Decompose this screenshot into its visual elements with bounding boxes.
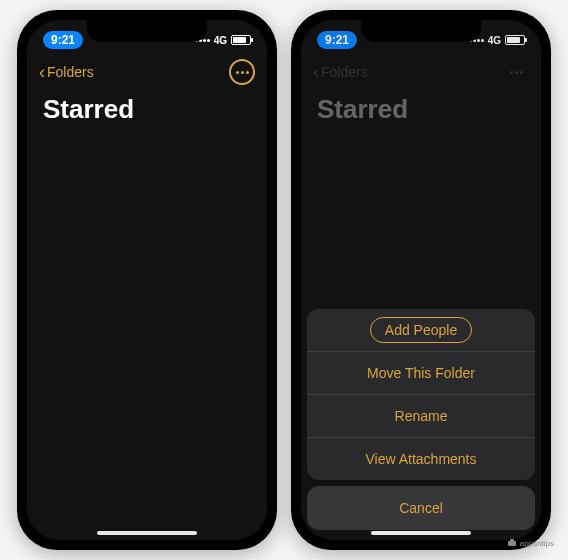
screen: 9:21 4G ‹ Folders Starred: [27, 20, 267, 540]
home-indicator[interactable]: [371, 531, 471, 535]
watermark: appsntips: [507, 538, 554, 548]
action-sheet: Add People Move This Folder Rename View …: [301, 303, 541, 540]
notch: [361, 20, 481, 42]
sheet-move-folder[interactable]: Move This Folder: [307, 352, 535, 395]
phone-right: 9:21 4G ‹ Folders Starred Add People Mo: [291, 10, 551, 550]
sheet-cancel[interactable]: Cancel: [307, 486, 535, 530]
nav-bar: ‹ Folders: [27, 54, 267, 90]
back-label: Folders: [47, 64, 94, 80]
back-button[interactable]: ‹ Folders: [39, 62, 94, 83]
page-title: Starred: [301, 90, 541, 129]
action-sheet-group: Add People Move This Folder Rename View …: [307, 309, 535, 480]
chevron-left-icon: ‹: [313, 62, 319, 83]
home-indicator[interactable]: [97, 531, 197, 535]
carrier-label: 4G: [488, 35, 501, 46]
nav-bar: ‹ Folders: [301, 54, 541, 90]
status-time: 9:21: [43, 31, 83, 49]
sheet-add-people[interactable]: Add People: [307, 309, 535, 352]
battery-icon: [505, 35, 525, 45]
back-button[interactable]: ‹ Folders: [313, 62, 368, 83]
more-button[interactable]: [229, 59, 255, 85]
status-time: 9:21: [317, 31, 357, 49]
watermark-icon: [507, 538, 517, 548]
carrier-label: 4G: [214, 35, 227, 46]
notch: [87, 20, 207, 42]
ellipsis-icon: [236, 71, 249, 74]
sheet-rename[interactable]: Rename: [307, 395, 535, 438]
phone-left: 9:21 4G ‹ Folders Starred: [17, 10, 277, 550]
page-title: Starred: [27, 90, 267, 129]
back-label: Folders: [321, 64, 368, 80]
svg-rect-1: [510, 539, 514, 542]
more-button[interactable]: [503, 59, 529, 85]
battery-icon: [231, 35, 251, 45]
chevron-left-icon: ‹: [39, 62, 45, 83]
add-people-pill: Add People: [370, 317, 472, 343]
sheet-view-attachments[interactable]: View Attachments: [307, 438, 535, 480]
ellipsis-icon: [510, 71, 523, 74]
screen: 9:21 4G ‹ Folders Starred Add People Mo: [301, 20, 541, 540]
